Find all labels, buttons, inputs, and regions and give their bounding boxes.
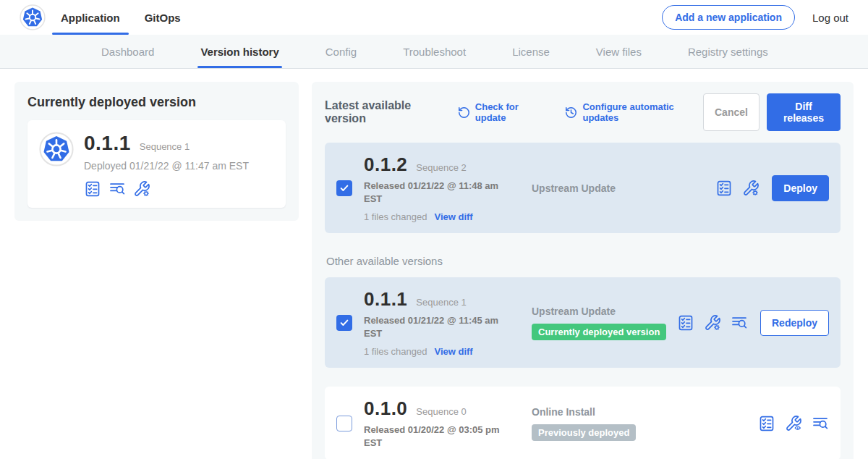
configure-automatic-updates-label: Configure automatic updates — [582, 101, 703, 123]
check-for-update-link[interactable]: Check for update — [457, 101, 546, 123]
auto-update-icon — [564, 106, 578, 119]
edit-config-icon[interactable] — [704, 314, 721, 332]
version-checkbox-0-1-2[interactable] — [336, 180, 352, 196]
app-page: Application GitOps Add a new application… — [0, 0, 868, 459]
version-source-0-1-2: Upstream Update — [509, 182, 715, 194]
deployed-version-number: 0.1.1 — [84, 132, 131, 155]
version-info-0-1-0: 0.1.0 Sequence 0 Released 01/20/22 @ 03:… — [364, 397, 509, 449]
source-label: Upstream Update — [532, 306, 677, 317]
preflight-checks-icon[interactable] — [677, 314, 694, 332]
subnav-config[interactable]: Config — [326, 35, 357, 68]
deployed-version-card: 0.1.1 Sequence 1 Deployed 01/21/22 @ 11:… — [27, 120, 286, 208]
version-info-0-1-1: 0.1.1 Sequence 1 Released 01/21/22 @ 11:… — [364, 288, 509, 357]
kubernetes-logo-icon — [20, 4, 46, 30]
subnav-view-files[interactable]: View files — [596, 35, 642, 68]
cancel-button[interactable]: Cancel — [703, 93, 760, 131]
files-changed-label: 1 files changed — [364, 346, 427, 357]
released-timestamp: Released 01/21/22 @ 11:48 am EST — [364, 180, 503, 205]
edit-config-icon[interactable] — [742, 180, 760, 197]
row-spacer — [325, 368, 841, 387]
files-changed-label: 1 files changed — [364, 211, 427, 222]
view-diff-link[interactable]: View diff — [434, 346, 472, 357]
app-logo — [0, 0, 61, 35]
version-actions-0-1-1: Redeploy — [677, 310, 829, 336]
other-versions-title: Other available versions — [326, 255, 841, 267]
version-checkbox-0-1-0[interactable] — [336, 416, 352, 431]
view-config-icon[interactable] — [785, 415, 802, 432]
sequence-label: Sequence 0 — [416, 406, 466, 417]
tab-application[interactable]: Application — [61, 0, 120, 35]
preflight-checks-icon[interactable] — [84, 180, 101, 198]
configure-automatic-updates-link[interactable]: Configure automatic updates — [564, 101, 703, 123]
check-for-update-label: Check for update — [475, 101, 546, 123]
version-actions-0-1-0 — [758, 415, 829, 432]
version-source-0-1-1: Upstream Update Currently deployed versi… — [509, 306, 677, 340]
refresh-icon — [457, 106, 471, 119]
deploy-button[interactable]: Deploy — [772, 175, 829, 201]
subnav-version-history[interactable]: Version history — [200, 35, 278, 68]
version-number: 0.1.0 — [364, 397, 407, 420]
deployed-timestamp: Deployed 01/21/22 @ 11:47 am EST — [84, 160, 249, 172]
sequence-label: Sequence 1 — [416, 297, 466, 308]
available-panel-title: Latest available version — [325, 99, 447, 125]
redeploy-button[interactable]: Redeploy — [760, 310, 829, 336]
source-label: Upstream Update — [532, 182, 715, 194]
version-row-0-1-1: 0.1.1 Sequence 1 Released 01/21/22 @ 11:… — [325, 277, 841, 368]
available-versions-panel: Latest available version Check for updat… — [312, 82, 854, 459]
version-source-0-1-0: Online Install Previously deployed — [509, 406, 758, 441]
edit-config-icon[interactable] — [133, 180, 150, 198]
released-timestamp: Released 01/21/22 @ 11:45 am EST — [364, 314, 503, 340]
main-content: Currently deployed version 0.1.1 Sequenc… — [0, 69, 868, 459]
subnav-registry-settings[interactable]: Registry settings — [688, 35, 768, 68]
deployed-action-icons — [84, 180, 249, 198]
subnav-dashboard[interactable]: Dashboard — [101, 35, 154, 68]
version-info-0-1-2: 0.1.2 Sequence 2 Released 01/21/22 @ 11:… — [364, 153, 509, 222]
tab-gitops[interactable]: GitOps — [145, 0, 181, 35]
header-tabs: Application GitOps — [61, 0, 181, 35]
version-row-0-1-0: 0.1.0 Sequence 0 Released 01/20/22 @ 03:… — [325, 387, 841, 459]
deployed-panel-title: Currently deployed version — [27, 95, 286, 110]
deployed-version-info: 0.1.1 Sequence 1 Deployed 01/21/22 @ 11:… — [84, 132, 249, 198]
add-application-button[interactable]: Add a new application — [662, 5, 795, 30]
source-label: Online Install — [532, 406, 758, 418]
version-row-0-1-2: 0.1.2 Sequence 2 Released 01/21/22 @ 11:… — [325, 143, 841, 233]
currently-deployed-badge: Currently deployed version — [532, 324, 666, 340]
previously-deployed-badge: Previously deployed — [532, 424, 636, 441]
currently-deployed-panel: Currently deployed version 0.1.1 Sequenc… — [14, 82, 299, 221]
preflight-checks-icon[interactable] — [758, 415, 775, 432]
version-actions-0-1-2: Deploy — [715, 175, 829, 201]
version-number: 0.1.2 — [364, 153, 407, 176]
deploy-logs-icon[interactable] — [109, 180, 126, 198]
diff-releases-button[interactable]: Diff releases — [767, 93, 841, 131]
top-header: Application GitOps Add a new application… — [0, 0, 868, 35]
deploy-logs-icon[interactable] — [731, 314, 748, 332]
available-panel-actions: Cancel Diff releases — [703, 93, 841, 131]
app-subnav: Dashboard Version history Config Trouble… — [0, 35, 868, 69]
version-checkbox-0-1-1[interactable] — [336, 315, 352, 331]
view-diff-link[interactable]: View diff — [434, 211, 472, 222]
deploy-logs-icon[interactable] — [812, 415, 829, 432]
checkmark-icon — [339, 182, 350, 194]
version-number: 0.1.1 — [364, 288, 407, 311]
subnav-troubleshoot[interactable]: Troubleshoot — [403, 35, 466, 68]
checkmark-icon — [339, 317, 350, 329]
released-timestamp: Released 01/20/22 @ 03:05 pm EST — [364, 424, 503, 449]
available-panel-header: Latest available version Check for updat… — [325, 93, 841, 131]
preflight-checks-icon[interactable] — [715, 180, 733, 197]
logout-link[interactable]: Log out — [812, 12, 848, 24]
subnav-license[interactable]: License — [512, 35, 550, 68]
header-right: Add a new application Log out — [662, 0, 868, 35]
sequence-label: Sequence 2 — [416, 162, 466, 173]
deployed-sequence-label: Sequence 1 — [140, 141, 190, 152]
kubernetes-app-icon — [39, 132, 74, 167]
